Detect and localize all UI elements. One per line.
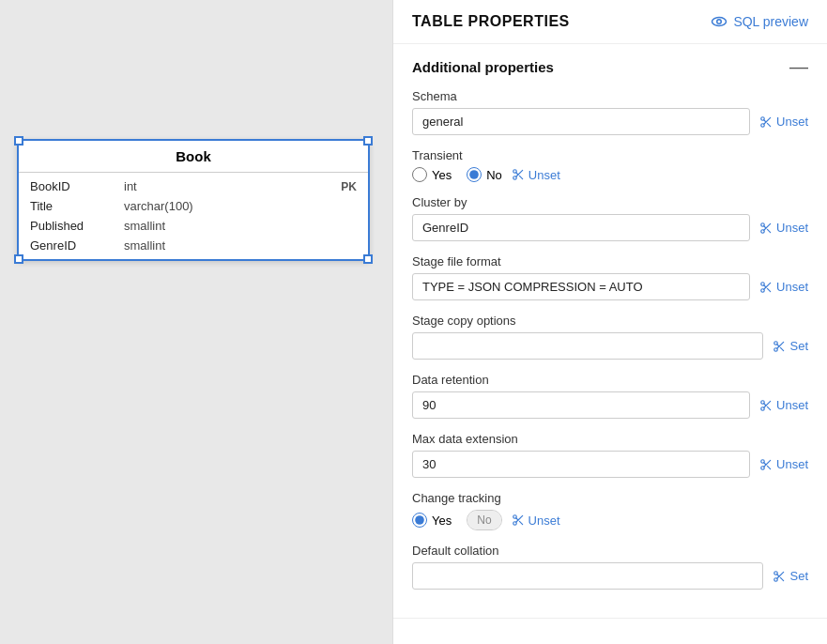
transient-no-radio[interactable]: [467, 167, 482, 182]
default-collation-set-label: Set: [789, 569, 808, 583]
transient-unset-label: Unset: [528, 168, 560, 182]
schema-unset-label: Unset: [776, 115, 808, 129]
section-collapse-button[interactable]: —: [789, 57, 808, 76]
stage-copy-options-control-row: Set: [412, 332, 808, 360]
svg-line-15: [767, 229, 770, 232]
col-name: GenreID: [30, 238, 124, 253]
schema-input[interactable]: [412, 108, 750, 135]
max-data-extension-label: Max data extension: [412, 432, 808, 446]
cluster-by-input[interactable]: [412, 214, 750, 241]
stage-copy-options-property: Stage copy options Set: [412, 314, 808, 360]
svg-line-20: [767, 288, 770, 291]
transient-label: Transient: [412, 148, 808, 162]
max-data-extension-unset-button[interactable]: Unset: [759, 457, 808, 471]
data-retention-input[interactable]: [412, 391, 750, 419]
scissor-icon-3: [759, 222, 773, 235]
change-tracking-unset-button[interactable]: Unset: [512, 514, 560, 528]
table-row: Title varchar(100): [19, 196, 368, 216]
cluster-by-unset-button[interactable]: Unset: [759, 221, 808, 235]
default-collation-control-row: Set: [412, 562, 808, 590]
svg-line-10: [519, 176, 522, 178]
default-collation-set-button[interactable]: Set: [773, 569, 808, 583]
change-tracking-label: Change tracking: [412, 491, 808, 505]
scissor-icon-7: [759, 458, 773, 471]
table-row: BookID int PK: [19, 176, 368, 196]
data-retention-unset-label: Unset: [776, 398, 808, 412]
svg-line-11: [516, 173, 518, 175]
stage-copy-options-input[interactable]: [412, 332, 763, 360]
stage-copy-options-set-button[interactable]: Set: [773, 339, 808, 353]
stage-file-format-control-row: Unset: [412, 273, 808, 300]
schema-label: Schema: [412, 89, 808, 103]
change-tracking-no-toggle[interactable]: No: [467, 510, 501, 530]
svg-line-6: [764, 119, 766, 121]
svg-line-25: [781, 347, 784, 350]
section-label: Additional properties: [412, 59, 554, 75]
transient-yes-radio[interactable]: [412, 167, 427, 182]
stage-file-format-property: Stage file format Unset: [412, 254, 808, 300]
transient-no-text: No: [486, 168, 502, 182]
svg-line-16: [764, 225, 766, 227]
stage-copy-options-label: Stage copy options: [412, 314, 808, 328]
stage-file-format-unset-button[interactable]: Unset: [759, 280, 808, 294]
cluster-by-control-row: Unset: [412, 214, 808, 241]
svg-line-45: [781, 577, 784, 580]
schema-property: Schema Unset: [412, 89, 808, 135]
cluster-by-unset-label: Unset: [776, 221, 808, 235]
col-type: int: [124, 179, 341, 193]
default-collation-label: Default collation: [412, 544, 808, 558]
schema-unset-button[interactable]: Unset: [759, 115, 808, 129]
change-tracking-yes-text: Yes: [432, 514, 452, 528]
stage-copy-options-set-label: Set: [789, 339, 808, 353]
col-type: smallint: [124, 238, 357, 253]
max-data-extension-input[interactable]: [412, 451, 750, 478]
svg-line-46: [777, 574, 779, 575]
svg-line-40: [519, 521, 522, 524]
sql-preview-label: SQL preview: [733, 14, 808, 29]
transient-unset-button[interactable]: Unset: [512, 168, 560, 182]
svg-line-21: [764, 284, 766, 286]
max-data-extension-property: Max data extension Unset: [412, 432, 808, 478]
svg-line-31: [764, 403, 766, 405]
scissor-icon-2: [512, 168, 525, 181]
scissor-icon-8: [512, 514, 525, 527]
resize-handle-br[interactable]: [363, 254, 373, 264]
resize-handle-tr[interactable]: [363, 136, 373, 146]
svg-line-5: [767, 123, 770, 126]
data-retention-control-row: Unset: [412, 391, 808, 419]
col-name: Published: [30, 219, 124, 233]
change-tracking-property: Change tracking Yes No: [412, 491, 808, 530]
data-retention-unset-button[interactable]: Unset: [759, 398, 808, 412]
transient-control-row: Yes No Unset: [412, 167, 808, 182]
additional-properties-section: Additional properties — Schema Unset: [393, 44, 827, 619]
default-collation-property: Default collation Set: [412, 544, 808, 590]
eye-icon: [711, 13, 727, 30]
properties-panel: TABLE PROPERTIES SQL preview Additional …: [392, 0, 827, 644]
max-data-extension-control-row: Unset: [412, 451, 808, 478]
svg-line-35: [767, 466, 770, 468]
data-retention-property: Data retention Unset: [412, 373, 808, 419]
scissor-icon-4: [759, 281, 773, 294]
entity-name: Book: [19, 141, 368, 173]
table-row: Published smallint: [19, 216, 368, 236]
col-name: BookID: [30, 179, 124, 193]
resize-handle-tl[interactable]: [14, 136, 23, 146]
sql-preview-button[interactable]: SQL preview: [711, 13, 808, 30]
transient-no-label[interactable]: No: [467, 167, 502, 182]
svg-line-26: [777, 344, 779, 345]
table-entity-book[interactable]: Book BookID int PK Title varchar(100) Pu…: [17, 139, 370, 261]
transient-yes-label[interactable]: Yes: [412, 167, 452, 182]
cluster-by-property: Cluster by Unset: [412, 195, 808, 241]
stage-file-format-input[interactable]: [412, 273, 750, 300]
scissor-icon: [759, 115, 773, 129]
scissor-icon-5: [773, 340, 786, 353]
change-tracking-yes-label[interactable]: Yes: [412, 513, 452, 528]
col-name: Title: [30, 199, 124, 213]
change-tracking-yes-radio[interactable]: [412, 513, 427, 528]
svg-line-30: [767, 406, 770, 409]
stage-file-format-label: Stage file format: [412, 254, 808, 268]
panel-header: TABLE PROPERTIES SQL preview: [393, 0, 827, 44]
data-retention-label: Data retention: [412, 373, 808, 387]
resize-handle-bl[interactable]: [14, 254, 23, 264]
default-collation-input[interactable]: [412, 562, 763, 590]
